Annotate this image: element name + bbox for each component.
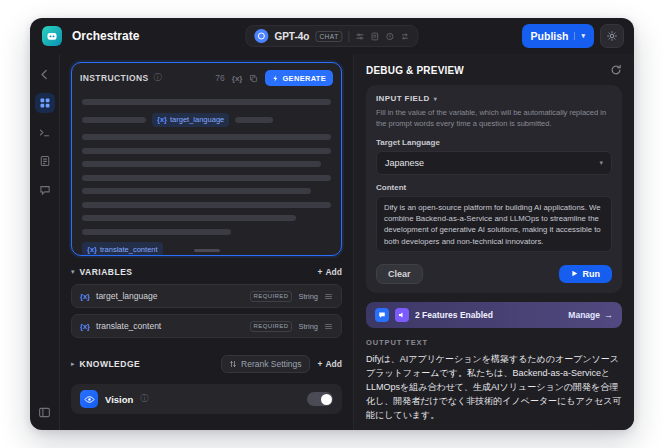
redacted-text-line [235,117,273,123]
content-textarea[interactable]: Dify is an open-source platform for buil… [376,196,612,252]
divider [349,31,350,42]
redacted-text-line [82,148,331,154]
main-area: INSTRUCTIONS ⓘ 76 {x} GENERATE [30,54,634,430]
redacted-text-line [82,117,146,123]
add-variable-button[interactable]: + Add [318,267,343,277]
required-badge: REQUIRED [250,321,293,332]
variable-type: String [298,322,318,331]
variable-row-translate-content[interactable]: {x} translate_content REQUIRED String [71,314,342,338]
play-icon [571,270,578,277]
char-count: 76 [215,73,224,83]
debug-title: DEBUG & PREVIEW [366,65,464,76]
model-mode-badge: CHAT [315,31,342,42]
instructions-title: INSTRUCTIONS [80,73,149,83]
header-actions: Publish ▾ [522,24,624,48]
variables-title: VARIABLES [80,267,133,277]
generate-label: GENERATE [282,74,326,83]
content-field-label: Content [376,183,612,192]
redacted-text-line [82,175,331,181]
logs-nav-icon[interactable] [35,151,55,171]
knowledge-header: ▸ KNOWLEDGE Rerank Settings + Add [71,355,342,373]
rerank-icon [229,360,237,368]
restart-icon[interactable] [610,64,622,76]
variables-header: ▾ VARIABLES + Add [71,267,342,277]
knowledge-title: KNOWLEDGE [80,359,141,369]
vision-title: Vision [105,394,133,405]
redacted-text-line [82,215,296,221]
chevron-down-icon[interactable]: ▾ [71,268,75,276]
orchestrate-panel: INSTRUCTIONS ⓘ 76 {x} GENERATE [60,54,354,430]
variable-settings-icon[interactable] [324,322,333,331]
language-select[interactable]: Japanese ▾ [376,151,612,175]
variable-icon: {x} [80,322,90,331]
chevron-right-icon[interactable]: ▸ [71,360,75,368]
annotations-icon[interactable] [35,180,55,200]
variable-icon: {x} [80,292,90,301]
features-enabled-bar[interactable]: 2 Features Enabled Manage → [366,302,622,328]
model-provider-icon [254,29,268,43]
instructions-panel[interactable]: INSTRUCTIONS ⓘ 76 {x} GENERATE [71,62,342,256]
redacted-text-line [82,188,311,194]
text-to-speech-feature-icon [395,308,409,322]
model-name: GPT-4o [274,31,309,42]
chevron-down-icon: ▾ [599,159,603,167]
redacted-text-line [82,229,231,235]
vision-feature-card: Vision ⓘ [71,384,342,414]
copy-icon[interactable] [249,74,258,83]
output-text: Difyは、AIアプリケーションを構築するためのオープンソースプラットフォームで… [366,353,622,423]
orchestrate-tab-icon[interactable] [35,93,55,113]
vision-icon [80,390,98,408]
redacted-text-line [82,161,321,167]
top-bar: Orchestrate GPT-4o CHAT Publish [30,18,634,54]
clear-button[interactable]: Clear [376,264,423,284]
prompt-log-icon[interactable] [371,32,380,41]
variable-row-target-language[interactable]: {x} target_language REQUIRED String [71,284,342,308]
redacted-text-line [82,202,331,208]
debug-preview-panel: DEBUG & PREVIEW INPUT FIELD ▾ Fill in th… [354,54,634,430]
required-badge: REQUIRED [250,291,293,302]
history-icon[interactable] [386,32,395,41]
left-rail [30,54,60,430]
model-selector[interactable]: GPT-4o CHAT [245,25,418,47]
app-window: Orchestrate GPT-4o CHAT Publish [30,18,634,430]
back-icon[interactable] [35,64,55,84]
output-section: OUTPUT TEXT Difyは、AIアプリケーションを構築するためのオープン… [366,338,622,430]
run-button[interactable]: Run [559,265,613,283]
variable-chip-translate-content[interactable]: {x} translate_content [82,242,163,256]
language-select-value: Japanese [385,158,424,168]
plus-icon: + [318,359,323,369]
variable-settings-icon[interactable] [324,292,333,301]
add-knowledge-button[interactable]: + Add [318,359,343,369]
rerank-settings-button[interactable]: Rerank Settings [221,355,309,373]
conversation-feature-icon [375,308,389,322]
manage-features-button[interactable]: Manage → [568,310,613,320]
variable-chip-target-language[interactable]: {x} target_language [152,113,229,127]
settings-button[interactable] [600,24,624,48]
gear-icon [606,30,618,42]
redacted-text-line [82,134,331,140]
input-field-description: Fill in the value of the variable, which… [376,108,612,130]
arrow-right-icon: → [604,310,613,320]
instructions-header: INSTRUCTIONS ⓘ 76 {x} GENERATE [72,63,341,90]
generate-button[interactable]: GENERATE [265,70,333,86]
publish-button[interactable]: Publish ▾ [522,24,594,48]
input-field-title: INPUT FIELD [376,94,430,103]
chevron-down-icon[interactable]: ▾ [434,95,437,102]
output-title: OUTPUT TEXT [366,338,622,347]
input-field-card: INPUT FIELD ▾ Fill in the value of the v… [366,85,622,293]
language-field-label: Target Language [376,138,612,147]
collapse-panel-icon[interactable] [35,402,55,422]
redacted-text-line [82,99,331,105]
lightning-icon [272,75,279,82]
info-icon: ⓘ [154,74,162,82]
model-params-icon[interactable] [356,32,365,41]
api-access-icon[interactable] [35,122,55,142]
prompt-content: {x} target_language {x} [72,90,341,256]
compare-icon[interactable] [401,32,410,41]
scroll-indicator[interactable] [194,249,220,252]
app-logo-icon[interactable] [42,26,62,46]
variable-type: String [298,292,318,301]
vision-toggle[interactable] [307,392,333,406]
page-title: Orchestrate [72,29,139,43]
variable-brace-icon[interactable]: {x} [232,74,243,83]
